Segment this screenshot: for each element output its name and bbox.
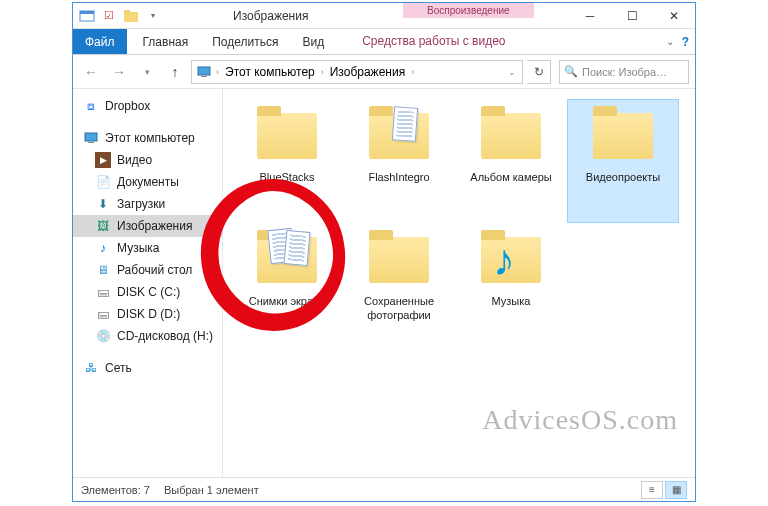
document-icon: 📄 — [95, 174, 111, 190]
video-icon: ▶ — [95, 152, 111, 168]
folder-flashintegro[interactable]: FlashIntegro — [343, 99, 455, 223]
search-input[interactable]: 🔍 Поиск: Изобра… — [559, 60, 689, 84]
nav-network[interactable]: 🖧Сеть — [73, 357, 222, 379]
svg-rect-4 — [198, 67, 210, 75]
view-large-icons-button[interactable]: ▦ — [665, 481, 687, 499]
back-button[interactable]: ← — [79, 60, 103, 84]
window-title: Изображения — [233, 9, 308, 23]
refresh-button[interactable]: ↻ — [527, 60, 551, 84]
drive-icon: 🖴 — [95, 284, 111, 300]
nav-music[interactable]: ♪Музыка — [73, 237, 222, 259]
folder-icon — [363, 229, 435, 291]
disc-icon: 💿 — [95, 328, 111, 344]
svg-rect-1 — [80, 11, 94, 14]
status-selection: Выбран 1 элемент — [164, 484, 259, 496]
maximize-button[interactable]: ☐ — [611, 3, 653, 29]
tab-video-tools[interactable]: Средства работы с видео — [350, 29, 517, 54]
chevron-right-icon[interactable]: › — [409, 67, 416, 77]
drive-icon: 🖴 — [95, 306, 111, 322]
network-icon: 🖧 — [83, 360, 99, 376]
breadcrumb-dropdown-icon[interactable]: ⌄ — [506, 67, 518, 77]
tab-view[interactable]: Вид — [290, 29, 336, 54]
svg-rect-7 — [88, 142, 94, 143]
svg-rect-2 — [124, 12, 138, 22]
tab-file[interactable]: Файл — [73, 29, 127, 54]
dropbox-icon: ⧈ — [83, 98, 99, 114]
svg-rect-5 — [201, 76, 207, 77]
qat-folder-icon[interactable] — [121, 6, 141, 26]
nav-desktop[interactable]: 🖥Рабочий стол — [73, 259, 222, 281]
pc-icon — [83, 130, 99, 146]
nav-disk-d[interactable]: 🖴DISK D (D:) — [73, 303, 222, 325]
help-icon[interactable]: ? — [682, 35, 689, 49]
app-icon — [77, 6, 97, 26]
folder-saved-pictures[interactable]: Сохраненные фотографии — [343, 223, 455, 347]
close-button[interactable]: ✕ — [653, 3, 695, 29]
search-icon: 🔍 — [564, 65, 578, 78]
tab-share[interactable]: Поделиться — [200, 29, 290, 54]
recent-dropdown-icon[interactable]: ▾ — [135, 60, 159, 84]
nav-this-pc[interactable]: Этот компьютер — [73, 127, 222, 149]
explorer-window: ☑ ▾ Изображения Воспроизведение ─ ☐ ✕ Фа… — [72, 2, 696, 502]
minimize-button[interactable]: ─ — [569, 3, 611, 29]
quick-access-toolbar: ☑ ▾ — [73, 6, 167, 26]
up-button[interactable]: ↑ — [163, 60, 187, 84]
qat-properties-icon[interactable]: ☑ — [99, 6, 119, 26]
nav-cd-drive[interactable]: 💿CD-дисковод (H:) — [73, 325, 222, 347]
titlebar: ☑ ▾ Изображения Воспроизведение ─ ☐ ✕ — [73, 3, 695, 29]
search-placeholder: Поиск: Изобра… — [582, 66, 667, 78]
view-details-button[interactable]: ≡ — [641, 481, 663, 499]
folder-icon — [475, 105, 547, 167]
status-item-count: Элементов: 7 — [81, 484, 150, 496]
folder-camera-roll[interactable]: Альбом камеры — [455, 99, 567, 223]
forward-button[interactable]: → — [107, 60, 131, 84]
tab-home[interactable]: Главная — [131, 29, 201, 54]
chevron-right-icon[interactable]: › — [214, 67, 221, 77]
folder-icon — [587, 105, 659, 167]
content-pane[interactable]: BlueStacks FlashIntegro Альбом камеры Ви… — [223, 89, 695, 477]
music-note-icon: ♪ — [493, 235, 515, 285]
qat-dropdown-icon[interactable]: ▾ — [143, 6, 163, 26]
folder-bluestacks[interactable]: BlueStacks — [231, 99, 343, 223]
navigation-pane: ⧈Dropbox Этот компьютер ▶Видео 📄Документ… — [73, 89, 223, 477]
folder-music[interactable]: ♪ Музыка — [455, 223, 567, 347]
nav-pictures[interactable]: 🖼Изображения — [73, 215, 222, 237]
contextual-tab-header: Воспроизведение — [403, 3, 534, 18]
pc-icon — [196, 64, 212, 80]
svg-rect-6 — [85, 133, 97, 141]
folder-icon — [251, 105, 323, 167]
pictures-icon: 🖼 — [95, 218, 111, 234]
folder-screenshots[interactable]: Снимки экрана — [231, 223, 343, 347]
folder-icon — [251, 229, 323, 291]
status-bar: Элементов: 7 Выбран 1 элемент ≡ ▦ — [73, 477, 695, 501]
music-icon: ♪ — [95, 240, 111, 256]
breadcrumb[interactable]: › Этот компьютер › Изображения › ⌄ — [191, 60, 523, 84]
ribbon-collapse-icon[interactable]: ⌄ — [666, 36, 674, 47]
folder-video-projects[interactable]: Видеопроекты — [567, 99, 679, 223]
folder-icon — [363, 105, 435, 167]
address-bar: ← → ▾ ↑ › Этот компьютер › Изображения ›… — [73, 55, 695, 89]
nav-downloads[interactable]: ⬇Загрузки — [73, 193, 222, 215]
folder-icon: ♪ — [475, 229, 547, 291]
download-icon: ⬇ — [95, 196, 111, 212]
desktop-icon: 🖥 — [95, 262, 111, 278]
nav-dropbox[interactable]: ⧈Dropbox — [73, 95, 222, 117]
contextual-tab-label: Воспроизведение — [403, 3, 534, 18]
svg-rect-3 — [124, 10, 130, 13]
chevron-right-icon[interactable]: › — [319, 67, 326, 77]
breadcrumb-pc[interactable]: Этот компьютер — [223, 65, 317, 79]
nav-disk-c[interactable]: 🖴DISK C (C:) — [73, 281, 222, 303]
breadcrumb-folder[interactable]: Изображения — [328, 65, 407, 79]
nav-documents[interactable]: 📄Документы — [73, 171, 222, 193]
nav-videos[interactable]: ▶Видео — [73, 149, 222, 171]
ribbon-tabs: Файл Главная Поделиться Вид Средства раб… — [73, 29, 695, 55]
